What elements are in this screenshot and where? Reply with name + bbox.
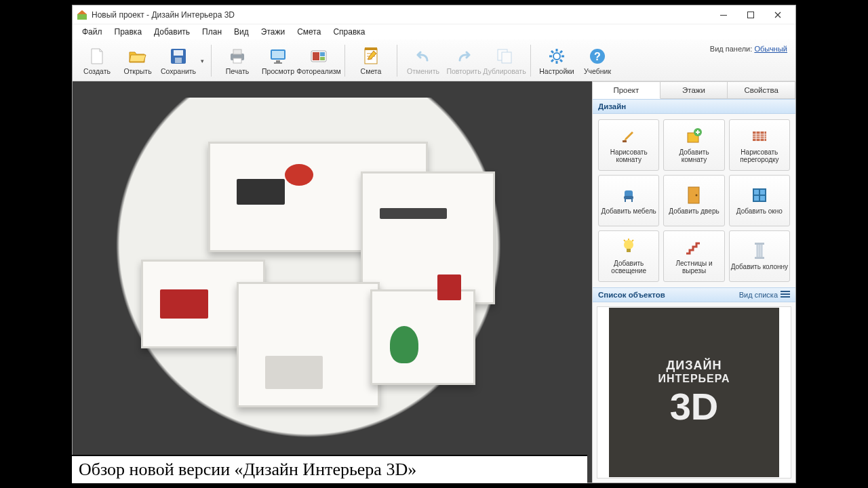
toolbar: Создать Открыть Сохранить ▾ Печать Просм… xyxy=(73,39,795,81)
side-tabs: Проект Этажи Свойства xyxy=(593,81,795,99)
minimize-button[interactable] xyxy=(710,7,737,23)
svg-rect-29 xyxy=(624,196,633,199)
stairs-icon xyxy=(684,238,703,257)
app-icon xyxy=(77,9,87,20)
menu-file[interactable]: Файл xyxy=(77,26,108,38)
svg-rect-15 xyxy=(313,52,319,60)
estimate-button[interactable]: Смета xyxy=(351,42,391,79)
svg-rect-5 xyxy=(174,50,183,56)
add-column-button[interactable]: Добавить колонну xyxy=(729,230,790,282)
svg-rect-17 xyxy=(320,57,325,60)
open-button[interactable]: Открыть xyxy=(117,42,158,79)
svg-rect-13 xyxy=(274,62,282,64)
new-file-icon xyxy=(87,47,107,66)
maximize-button[interactable] xyxy=(737,7,764,23)
logo-3d: ДИЗАЙН ИНТЕРЬЕРА 3D xyxy=(609,308,779,478)
work-area: Проект Этажи Свойства Дизайн Нарисовать … xyxy=(73,81,795,483)
monitor-icon xyxy=(268,47,288,66)
duplicate-button[interactable]: Дублировать xyxy=(484,42,525,79)
door-icon xyxy=(684,186,703,205)
add-window-button[interactable]: Добавить окно xyxy=(729,175,790,226)
object-list[interactable]: ДИЗАЙН ИНТЕРЬЕРА 3D xyxy=(597,306,791,479)
window-title: Новый проект - Дизайн Интерьера 3D xyxy=(92,10,235,20)
brick-wall-icon xyxy=(750,127,769,146)
menu-help[interactable]: Справка xyxy=(328,26,370,38)
chair-icon xyxy=(619,186,638,205)
floorplan-render xyxy=(94,98,572,467)
help-icon: ? xyxy=(587,47,608,66)
undo-icon xyxy=(413,47,433,66)
preview-button[interactable]: Просмотр xyxy=(258,42,298,79)
create-button[interactable]: Создать xyxy=(77,42,117,79)
window-controls xyxy=(710,7,791,23)
menu-floors[interactable]: Этажи xyxy=(256,26,290,38)
menubar: Файл Правка Добавить План Вид Этажи Смет… xyxy=(73,24,795,39)
folder-open-icon xyxy=(127,47,148,66)
add-light-button[interactable]: Добавить освещение xyxy=(598,230,659,282)
room-plus-icon xyxy=(684,127,703,146)
save-dropdown[interactable]: ▾ xyxy=(199,42,205,79)
svg-rect-37 xyxy=(755,257,764,259)
listview-label[interactable]: Вид списка xyxy=(739,291,778,299)
add-furniture-button[interactable]: Добавить мебель xyxy=(598,175,659,226)
brush-icon xyxy=(619,127,638,146)
settings-button[interactable]: Настройки xyxy=(536,42,577,79)
design-section-header: Дизайн xyxy=(593,99,795,114)
notepad-icon xyxy=(361,47,381,66)
svg-rect-3 xyxy=(748,12,754,18)
svg-rect-12 xyxy=(276,60,280,62)
menu-plan[interactable]: План xyxy=(197,26,227,38)
render-icon xyxy=(309,47,329,66)
svg-rect-6 xyxy=(175,58,182,63)
objects-section-header: Список объектов Вид списка xyxy=(593,287,795,302)
svg-point-21 xyxy=(553,53,560,60)
save-button[interactable]: Сохранить xyxy=(158,42,199,79)
redo-icon xyxy=(454,47,474,66)
tab-project[interactable]: Проект xyxy=(593,81,660,99)
svg-rect-2 xyxy=(720,15,727,16)
menu-view[interactable]: Вид xyxy=(229,26,254,38)
add-door-button[interactable]: Добавить дверь xyxy=(663,175,724,226)
svg-marker-1 xyxy=(77,10,87,14)
draw-wall-button[interactable]: Нарисовать перегородку xyxy=(729,119,790,171)
redo-button[interactable]: Повторить xyxy=(443,42,484,79)
draw-room-button[interactable]: Нарисовать комнату xyxy=(598,119,659,171)
side-panel: Проект Этажи Свойства Дизайн Нарисовать … xyxy=(592,81,795,483)
photoreal-button[interactable]: Фотореализм xyxy=(298,42,339,79)
svg-rect-11 xyxy=(272,51,284,58)
video-banner: Обзор новой версии «Дизайн Интерьера 3D» xyxy=(72,455,587,483)
menu-estimate[interactable]: Смета xyxy=(292,26,326,38)
tab-floors[interactable]: Этажи xyxy=(660,81,728,99)
window-icon xyxy=(750,186,769,205)
panel-mode: Вид панели: Обычный xyxy=(710,42,791,53)
titlebar: Новый проект - Дизайн Интерьера 3D xyxy=(73,5,795,24)
add-room-button[interactable]: Добавить комнату xyxy=(663,119,724,171)
panel-mode-link[interactable]: Обычный xyxy=(754,45,787,53)
svg-rect-35 xyxy=(755,243,764,245)
tab-properties[interactable]: Свойства xyxy=(728,81,795,99)
save-icon xyxy=(168,47,189,66)
svg-rect-16 xyxy=(320,52,325,56)
column-icon xyxy=(750,241,769,260)
help-button[interactable]: ? Учебник xyxy=(577,42,618,79)
app-window: Новый проект - Дизайн Интерьера 3D Файл … xyxy=(72,5,796,483)
menu-add[interactable]: Добавить xyxy=(149,26,195,38)
duplicate-icon xyxy=(494,47,515,66)
stairs-button[interactable]: Лестницы и вырезы xyxy=(663,230,724,282)
svg-rect-34 xyxy=(627,249,631,252)
svg-text:?: ? xyxy=(594,51,601,62)
svg-point-31 xyxy=(696,195,698,197)
list-view-icon[interactable] xyxy=(781,291,790,299)
svg-rect-8 xyxy=(233,49,241,54)
lightbulb-icon xyxy=(619,238,638,257)
close-button[interactable] xyxy=(764,7,791,23)
design-grid: Нарисовать комнату Добавить комнату Нари… xyxy=(593,114,795,287)
print-button[interactable]: Печать xyxy=(217,42,258,79)
svg-rect-20 xyxy=(502,52,511,63)
svg-rect-0 xyxy=(77,14,87,20)
undo-button[interactable]: Отменить xyxy=(403,42,443,79)
viewport-3d[interactable] xyxy=(73,81,592,483)
menu-edit[interactable]: Правка xyxy=(109,26,148,38)
svg-rect-30 xyxy=(688,187,699,203)
svg-point-33 xyxy=(624,240,633,249)
